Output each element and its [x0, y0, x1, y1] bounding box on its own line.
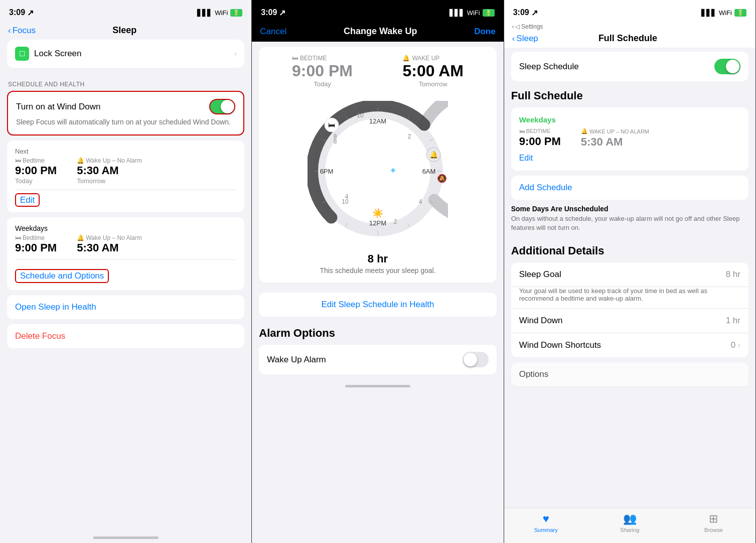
edit-health-card[interactable]: Edit Sleep Schedule in Health [259, 293, 496, 317]
sleep-goal-sub: This schedule meets your sleep goal. [320, 266, 435, 275]
panel-sleep: 3:09 ↗ ▋▋▋ WiFi 🔋 ‹ Focus Sleep ☐ Lock S… [0, 0, 252, 543]
bed-icon-2: 🛏 [15, 234, 21, 241]
edit-health-label: Edit Sleep Schedule in Health [322, 300, 434, 309]
wd-wakeup-block: 🔔 Wake Up – No Alarm 5:30 AM [77, 234, 142, 254]
wakeup-block: 🔔 Wake Up – No Alarm 5:30 AM Tomorrow [77, 157, 142, 185]
status-time-1: 3:09 ↗ [9, 8, 34, 18]
delete-focus-card[interactable]: Delete Focus [7, 324, 244, 348]
wakeup-header-day: Tomorrow [402, 80, 464, 88]
open-health-label: Open Sleep in Health [15, 302, 96, 312]
svg-text:4: 4 [345, 193, 349, 200]
alarm-icon-p3: 🔔 [581, 128, 588, 134]
bed-icon-p3: 🛏 [519, 128, 525, 134]
panel3-nav: ‹ Sleep Full Schedule [504, 30, 755, 48]
sleep-schedule-toggle[interactable] [714, 59, 740, 74]
edit-next-button[interactable]: Edit [15, 193, 40, 207]
alarm-icon-2: 🔔 [77, 234, 84, 241]
options-label: Options [519, 369, 549, 379]
add-schedule-label: Add Schedule [519, 183, 572, 192]
status-icons-3: ▋▋▋ WiFi 🔋 [701, 9, 746, 17]
signal-icon: ▋▋▋ [197, 9, 212, 17]
svg-text:12PM: 12PM [369, 219, 386, 227]
svg-text:🔕: 🔕 [437, 174, 447, 183]
time-header: 🛏 BEDTIME 9:00 PM Today 🔔 WAKE UP 5:00 A… [267, 55, 488, 88]
options-row[interactable]: Options [511, 362, 748, 387]
wd-bedtime-block: 🛏 Bedtime 9:00 PM [15, 234, 57, 254]
signal-icon-2: ▋▋▋ [449, 9, 465, 17]
status-icons-1: ▋▋▋ WiFi 🔋 [197, 9, 242, 17]
tab-sharing[interactable]: 👥 Sharing [588, 512, 672, 533]
sleep-goal-val: 8 hr [726, 269, 740, 280]
svg-text:6AM: 6AM [422, 168, 436, 175]
bedtime-day: Today [15, 177, 57, 185]
panel-change-wake-up: 3:09 ↗ ▋▋▋ WiFi 🔋 Cancel Change Wake Up … [252, 0, 504, 543]
panel2-nav: Cancel Change Wake Up Done [252, 22, 503, 42]
status-time-2: 3:09 ↗ [261, 8, 285, 18]
panel3-back[interactable]: ‹ Sleep [512, 34, 538, 44]
alarm-options-title: Alarm Options [259, 327, 496, 340]
p3-edit-button[interactable]: Edit [519, 154, 533, 162]
settings-back-label: ‹ ◁ Settings [504, 22, 755, 30]
sleep-goal-row[interactable]: Sleep Goal 8 hr [511, 262, 748, 287]
nav-back-1[interactable]: ‹ Focus [8, 26, 36, 36]
tab-summary-label: Summary [534, 527, 558, 533]
wd-wakeup-label: 🔔 Wake Up – No Alarm [77, 234, 142, 241]
nav-bar-1: ‹ Focus Sleep [0, 22, 251, 40]
bedtime-header-label: 🛏 BEDTIME [292, 55, 353, 62]
bedtime-header-val: 9:00 PM [292, 62, 353, 80]
wakeup-val: 5:30 AM [77, 164, 142, 177]
chevron-right-icon: › [234, 50, 237, 58]
lock-screen-icon: ☐ [15, 47, 29, 61]
cancel-button[interactable]: Cancel [260, 27, 286, 37]
svg-text:☀️: ☀️ [372, 208, 384, 219]
location-icon: ↗ [27, 8, 34, 18]
wind-down-label: Turn on at Wind Down [16, 102, 101, 112]
wake-up-alarm-toggle[interactable] [463, 352, 489, 367]
wd-wakeup-val: 5:30 AM [77, 241, 142, 254]
alarm-icon: 🔔 [77, 157, 84, 164]
clock-face[interactable]: 12AM 6AM 12PM 6PM 2 4 10 8 10 [308, 101, 448, 241]
wind-down-row-p3[interactable]: Wind Down 1 hr [511, 309, 748, 333]
delete-focus-label: Delete Focus [15, 331, 65, 341]
wind-down-toggle[interactable] [209, 99, 235, 114]
panel3-title: Full Schedule [598, 33, 657, 44]
tab-sharing-label: Sharing [620, 527, 639, 533]
wind-down-val-p3: 1 hr [726, 316, 740, 326]
bed-icon: 🛏 [15, 157, 21, 164]
tab-browse[interactable]: ⊞ Browse [672, 512, 755, 533]
bedtime-label: 🛏 Bedtime [15, 157, 57, 164]
open-health-card[interactable]: Open Sleep in Health [7, 295, 244, 319]
wind-down-shortcuts-row[interactable]: Wind Down Shortcuts 0 › [511, 333, 748, 357]
signal-icon-3: ▋▋▋ [701, 9, 716, 17]
wifi-icon-2: WiFi [467, 9, 480, 17]
home-indicator-2 [252, 374, 503, 391]
clock-svg: 12AM 6AM 12PM 6PM 2 4 10 8 10 [308, 101, 448, 241]
battery-icon: 🔋 [230, 9, 242, 17]
tab-bar: ♥ Summary 👥 Sharing ⊞ Browse [504, 508, 755, 543]
svg-text:12AM: 12AM [369, 117, 386, 125]
alarm-options-section: Alarm Options Wake Up Alarm [252, 322, 503, 374]
section-label-schedule: SCHEDULE AND HEALTH [0, 73, 251, 91]
lock-screen-row[interactable]: ☐ Lock Screen › [7, 40, 244, 68]
weekdays-schedule-card: Weekdays 🛏 BEDTIME 9:00 PM 🔔 WAKE UP – N… [511, 107, 748, 171]
unscheduled-note: Some Days Are Unscheduled On days withou… [504, 205, 755, 240]
lock-screen-card: ☐ Lock Screen › [7, 40, 244, 68]
tab-browse-label: Browse [704, 527, 723, 533]
add-schedule-card[interactable]: Add Schedule [511, 176, 748, 200]
done-button[interactable]: Done [474, 27, 496, 37]
svg-text:8: 8 [334, 138, 337, 145]
svg-text:4: 4 [419, 198, 422, 205]
status-bar-2: 3:09 ↗ ▋▋▋ WiFi 🔋 [252, 0, 503, 22]
sleep-schedule-card: Sleep Schedule [511, 52, 748, 81]
sleep-goal-label: Sleep Goal [519, 269, 561, 280]
tab-summary[interactable]: ♥ Summary [504, 512, 588, 533]
chevron-left-icon-3: ‹ [512, 34, 515, 44]
schedule-options-button[interactable]: Schedule and Options [15, 269, 109, 283]
battery-icon-2: 🔋 [483, 9, 495, 17]
sleep-schedule-toggle-knob [726, 60, 739, 73]
wake-up-alarm-label: Wake Up Alarm [267, 355, 326, 365]
browse-icon: ⊞ [709, 512, 718, 525]
svg-text:🔔: 🔔 [429, 151, 438, 159]
unscheduled-title: Some Days Are Unscheduled [511, 205, 748, 213]
p3-time-row: 🛏 BEDTIME 9:00 PM 🔔 WAKE UP – NO ALARM 5… [519, 128, 740, 149]
